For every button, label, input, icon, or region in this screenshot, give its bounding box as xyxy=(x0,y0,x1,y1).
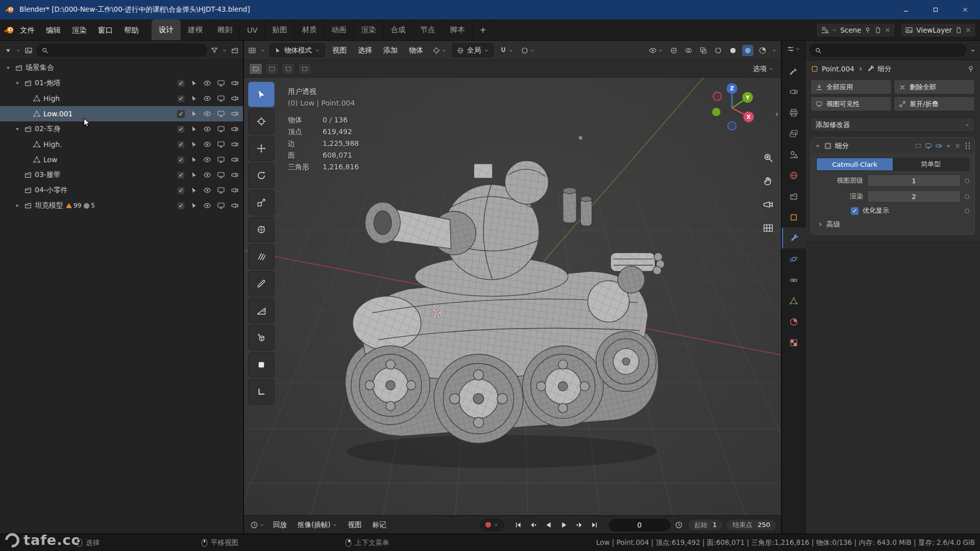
catmull-clark-button[interactable]: Catmull-Clark xyxy=(817,158,893,170)
collection-checkbox[interactable] xyxy=(177,110,185,118)
outliner-item-label[interactable]: 01-炮塔 xyxy=(35,79,61,88)
workspace-tab-uv[interactable]: UV xyxy=(240,19,265,40)
add-workspace-button[interactable]: + xyxy=(473,19,494,40)
selectable-icon[interactable] xyxy=(190,171,198,179)
outliner-row-collection[interactable]: 01-炮塔 xyxy=(0,76,243,91)
outliner-row-collection[interactable]: 坦克模型 99 5 xyxy=(0,198,243,213)
display-mode-icon[interactable] xyxy=(24,46,33,55)
annotate-pen-tool[interactable] xyxy=(248,271,275,296)
toggle-ortho-grid-icon[interactable] xyxy=(763,222,774,234)
workspace-tab-nodes[interactable]: 节点 xyxy=(413,19,443,40)
disable-in-renders-icon[interactable] xyxy=(231,186,239,194)
show-overlays-toggle[interactable] xyxy=(683,46,694,55)
selectable-icon[interactable] xyxy=(190,187,198,194)
properties-tab-texture[interactable] xyxy=(782,332,805,353)
jump-to-start-button[interactable] xyxy=(511,519,525,531)
new-collection-icon[interactable] xyxy=(231,46,239,55)
selectable-icon[interactable] xyxy=(190,126,198,133)
expand-collapse-button[interactable]: 展开/折叠 xyxy=(894,96,975,111)
collection-checkbox[interactable] xyxy=(177,95,185,103)
viewlayer-selector[interactable]: Vi​ewLayer xyxy=(900,23,976,37)
visibility-dropdown[interactable] xyxy=(647,46,665,55)
optimal-display-checkbox[interactable] xyxy=(851,207,859,215)
sidebar-collapse-arrow[interactable] xyxy=(774,111,780,117)
menu-window[interactable]: 窗口 xyxy=(92,19,118,41)
next-keyframe-button[interactable] xyxy=(573,519,586,531)
viewport-editor-type-icon[interactable] xyxy=(248,46,256,55)
disable-in-viewports-icon[interactable] xyxy=(217,94,225,103)
selectable-icon[interactable] xyxy=(190,202,198,209)
xray-toggle[interactable] xyxy=(698,46,709,55)
animate-dot[interactable] xyxy=(965,209,969,213)
properties-tab-output[interactable] xyxy=(782,102,805,123)
viewport-menu-object[interactable]: 物体 xyxy=(405,46,427,55)
tank-model-wireframe[interactable] xyxy=(321,131,673,488)
properties-tab-scene[interactable] xyxy=(782,144,805,165)
properties-tab-object[interactable] xyxy=(782,207,805,228)
properties-tab-material[interactable] xyxy=(782,311,805,332)
workspace-tab-design[interactable]: 设计 xyxy=(152,19,181,40)
workspace-tab-render[interactable]: 渲染 xyxy=(354,19,384,40)
hide-in-viewport-icon[interactable] xyxy=(203,110,211,118)
disable-in-viewports-icon[interactable] xyxy=(217,110,225,118)
timeline-menu-marker[interactable]: 标记 xyxy=(369,520,390,530)
current-frame-field[interactable]: 0 xyxy=(609,519,670,531)
hide-in-viewport-icon[interactable] xyxy=(203,202,211,210)
auto-keyframe-button[interactable] xyxy=(480,519,504,531)
outliner-row-object[interactable]: Low xyxy=(0,152,243,167)
blender-menu-icon[interactable] xyxy=(4,25,14,35)
collection-checkbox[interactable] xyxy=(177,80,185,87)
outliner-editor-type-icon[interactable] xyxy=(4,46,12,55)
disable-in-viewports-icon[interactable] xyxy=(217,156,225,164)
transform-orientation-dropdown[interactable]: 全局 xyxy=(452,43,494,57)
show-gizmo-toggle[interactable] xyxy=(668,46,679,55)
modifier-name[interactable]: 细分 xyxy=(835,141,849,151)
add-cube-tool[interactable] xyxy=(248,325,275,350)
collection-checkbox[interactable] xyxy=(177,141,185,148)
jump-to-end-button[interactable] xyxy=(588,519,601,531)
disclosure-triangle-icon[interactable] xyxy=(13,203,21,209)
disable-in-viewports-icon[interactable] xyxy=(217,171,225,179)
collection-checkbox[interactable] xyxy=(177,202,185,210)
outliner-item-label[interactable]: 场景集合 xyxy=(26,63,54,72)
disable-in-renders-icon[interactable] xyxy=(231,125,239,133)
disable-in-renders-icon[interactable] xyxy=(231,94,239,103)
hide-in-viewport-icon[interactable] xyxy=(203,125,211,133)
workspace-tab-paint[interactable]: 贴图 xyxy=(265,19,295,40)
animate-dot[interactable] xyxy=(965,194,969,199)
hide-in-viewport-icon[interactable] xyxy=(203,186,211,194)
proportional-edit-dropdown[interactable] xyxy=(519,46,536,55)
animate-dot[interactable] xyxy=(965,179,969,183)
select-mode-intersect-button[interactable] xyxy=(298,63,311,74)
outliner-item-label[interactable]: Low xyxy=(43,156,58,164)
outliner-item-label[interactable]: 04-小零件 xyxy=(35,186,68,195)
properties-tab-collection[interactable] xyxy=(782,186,805,207)
drag-handle[interactable] xyxy=(965,142,971,150)
unlink-scene-icon[interactable] xyxy=(885,27,891,33)
view-visibility-button[interactable]: 视图可见性 xyxy=(811,96,892,111)
frame-start-field[interactable]: 起始1 xyxy=(688,519,723,531)
pin-id-icon[interactable] xyxy=(967,65,975,73)
transform-pivot-dropdown[interactable] xyxy=(431,46,448,55)
properties-tab-physics[interactable] xyxy=(782,248,805,269)
collection-checkbox[interactable] xyxy=(177,126,185,133)
remove-viewlayer-icon[interactable] xyxy=(965,27,971,33)
collapse-chevron-icon[interactable] xyxy=(815,143,821,149)
previous-keyframe-button[interactable] xyxy=(527,519,540,531)
shading-material-button[interactable] xyxy=(742,45,753,56)
properties-tab-render[interactable] xyxy=(782,81,805,102)
chevron-down-icon[interactable] xyxy=(222,48,227,53)
disable-in-renders-icon[interactable] xyxy=(231,79,239,87)
disable-in-viewports-icon[interactable] xyxy=(217,202,225,210)
camera-view-icon[interactable] xyxy=(763,199,774,210)
disable-in-viewports-icon[interactable] xyxy=(217,186,225,194)
breadcrumb-object-name[interactable]: Point.004 xyxy=(822,65,854,73)
box-trim-tool[interactable] xyxy=(248,352,275,378)
disable-in-renders-icon[interactable] xyxy=(231,110,239,118)
annotate-tool[interactable] xyxy=(248,244,275,269)
timeline-menu-playback[interactable]: 回放 xyxy=(269,520,291,530)
outliner-item-label[interactable]: 03-履带 xyxy=(35,170,61,180)
selectable-icon[interactable] xyxy=(190,95,198,102)
window-maximize-button[interactable] xyxy=(921,0,950,19)
collection-checkbox[interactable] xyxy=(177,187,185,194)
